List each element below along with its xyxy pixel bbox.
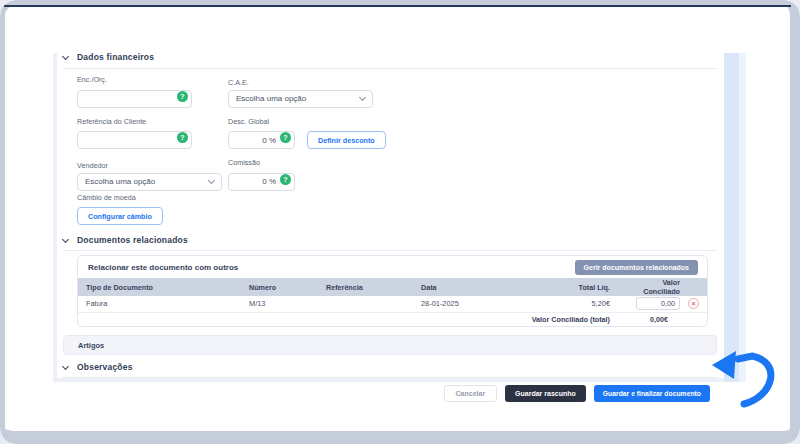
col-tipo-documento: Tipo de Documento [78,278,241,296]
enc-orc-input[interactable] [77,90,192,108]
col-referencia: Referência [318,278,413,296]
cell-referencia [318,296,413,312]
help-icon[interactable]: ? [177,132,188,143]
comissao-label: Comissão [228,158,295,167]
col-total-liq: Total Líq. [553,278,618,296]
section-divider [63,250,717,251]
section-title: Documentos relacionados [77,235,188,245]
cae-select-value: Escolha uma opção [236,94,306,103]
section-divider [63,377,717,378]
section-divider [63,68,717,69]
cell-tipo: Fatura [78,296,241,312]
cell-data: 28-01-2025 [413,296,553,312]
cae-label: C.A.E. [228,78,373,87]
table-header-row: Tipo de Documento Número Referência Data… [78,278,708,296]
section-observacoes[interactable]: Observações [63,362,717,372]
help-icon[interactable]: ? [280,132,291,143]
vendedor-label: Vendedor [77,161,228,170]
col-numero: Número [241,278,318,296]
scrollbar-highlight[interactable] [724,53,746,382]
section-artigos[interactable]: Artigos [63,335,717,355]
help-icon[interactable]: ? [177,91,188,102]
remove-row-icon[interactable]: × [688,298,699,309]
financial-form: Enc./Orç. ? C.A.E. Escolha uma opção [63,75,717,225]
cae-select[interactable]: Escolha uma opção [228,90,373,108]
artigos-title: Artigos [78,341,104,350]
chevron-down-icon [359,93,366,100]
valor-conciliado-total-label: Valor Conciliado (total) [78,312,618,326]
enc-orc-label: Enc./Orç. [77,75,228,84]
configurar-cambio-button[interactable]: Configurar câmbio [77,207,163,225]
app-window: Dados financeiros Enc./Orç. ? C.A.E. Esc… [0,0,800,444]
section-title: Observações [77,362,133,372]
window-top-accent [4,5,791,7]
cell-total-liq: 5,20€ [553,296,618,312]
valor-conciliado-total-value: 0,00€ [618,312,688,326]
cancel-button[interactable]: Cancelar [444,385,498,402]
section-title: Dados financeiros [77,52,154,62]
cambio-moeda-label: Câmbio de moeda [77,193,717,202]
chevron-down-icon [208,176,215,183]
related-docs-table: Tipo de Documento Número Referência Data… [78,278,708,326]
form-actions: Cancelar Guardar rascunho Guardar e fina… [63,385,717,402]
col-data: Data [413,278,553,296]
gerir-documentos-button[interactable]: Gerir documentos relacionados [575,260,698,275]
related-docs-panel: Relacionar este documento com outros Ger… [77,255,708,327]
annotation-arrow-icon [690,338,790,418]
section-dados-financeiros[interactable]: Dados financeiros [63,52,717,62]
save-draft-button[interactable]: Guardar rascunho [505,385,586,402]
related-docs-panel-title: Relacionar este documento com outros [88,263,238,272]
cell-numero: M/13 [241,296,318,312]
definir-desconto-button[interactable]: Definir desconto [307,131,386,149]
vendedor-select-value: Escolha uma opção [85,177,155,186]
vendedor-select[interactable]: Escolha uma opção [77,173,222,191]
col-valor-conciliado: Valor Conciliado [618,278,688,296]
valor-conciliado-input[interactable] [636,297,680,310]
desc-global-label: Desc. Global [228,117,295,126]
document-form: Dados financeiros Enc./Orç. ? C.A.E. Esc… [63,52,717,402]
ref-cliente-input[interactable] [77,131,192,149]
chevron-down-icon [62,362,69,369]
table-row: Fatura M/13 28-01-2025 5,20€ × [78,296,708,312]
section-documentos-relacionados[interactable]: Documentos relacionados [63,235,717,245]
chevron-down-icon [62,52,69,59]
chevron-down-icon [62,235,69,242]
help-icon[interactable]: ? [280,174,291,185]
ref-cliente-label: Referência do Cliente [77,117,228,126]
table-footer-row: Valor Conciliado (total) 0,00€ [78,312,708,326]
page-background-left [53,53,57,382]
col-actions [688,278,708,296]
